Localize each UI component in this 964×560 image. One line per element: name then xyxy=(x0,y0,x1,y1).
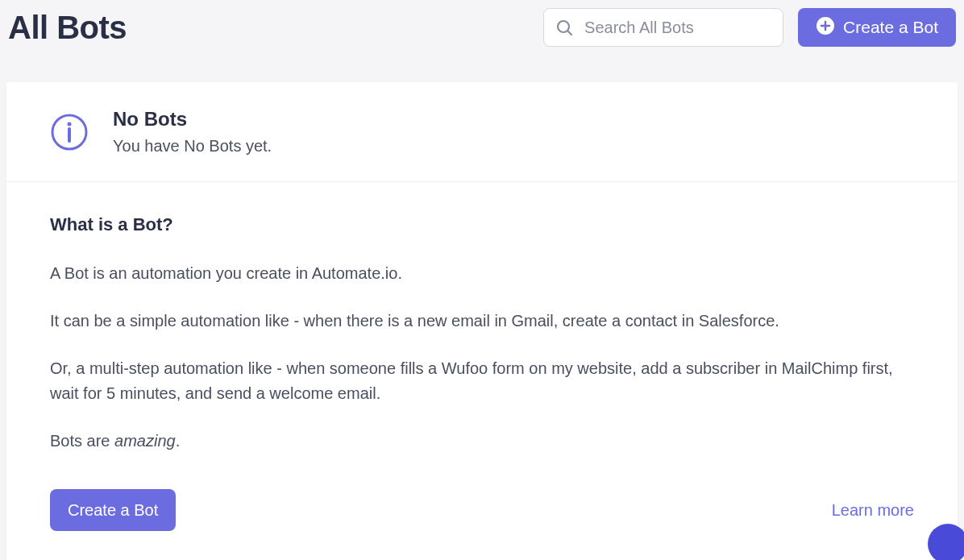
info-paragraph: Bots are amazing. xyxy=(50,429,914,454)
panel-footer: Create a Bot Learn more xyxy=(50,489,914,531)
info-body: What is a Bot? A Bot is an automation yo… xyxy=(6,182,958,560)
info-icon xyxy=(50,113,89,151)
svg-point-6 xyxy=(68,122,72,126)
info-heading: What is a Bot? xyxy=(50,214,914,235)
main-panel: No Bots You have No Bots yet. What is a … xyxy=(6,82,958,560)
create-bot-button-secondary[interactable]: Create a Bot xyxy=(50,489,176,531)
empty-state-subtitle: You have No Bots yet. xyxy=(113,137,272,156)
create-bot-button-label: Create a Bot xyxy=(843,18,938,37)
empty-state-text: No Bots You have No Bots yet. xyxy=(113,108,272,156)
page-header: All Bots Create a Bot xyxy=(0,0,964,63)
empty-state-title: No Bots xyxy=(113,108,272,131)
chat-widget-icon[interactable] xyxy=(928,524,964,560)
info-paragraph: Or, a multi-step automation like - when … xyxy=(50,356,914,406)
header-actions: Create a Bot xyxy=(543,8,956,47)
empty-state-header: No Bots You have No Bots yet. xyxy=(6,82,958,182)
page-title: All Bots xyxy=(8,10,127,46)
info-paragraph: It can be a simple automation like - whe… xyxy=(50,309,914,334)
search-icon xyxy=(555,18,574,37)
info-paragraph: A Bot is an automation you create in Aut… xyxy=(50,261,914,286)
plus-circle-icon xyxy=(816,16,835,39)
search-input[interactable] xyxy=(543,8,783,47)
svg-line-1 xyxy=(567,31,571,35)
search-wrapper xyxy=(543,8,783,47)
create-bot-button[interactable]: Create a Bot xyxy=(798,8,956,47)
learn-more-link[interactable]: Learn more xyxy=(832,501,914,520)
